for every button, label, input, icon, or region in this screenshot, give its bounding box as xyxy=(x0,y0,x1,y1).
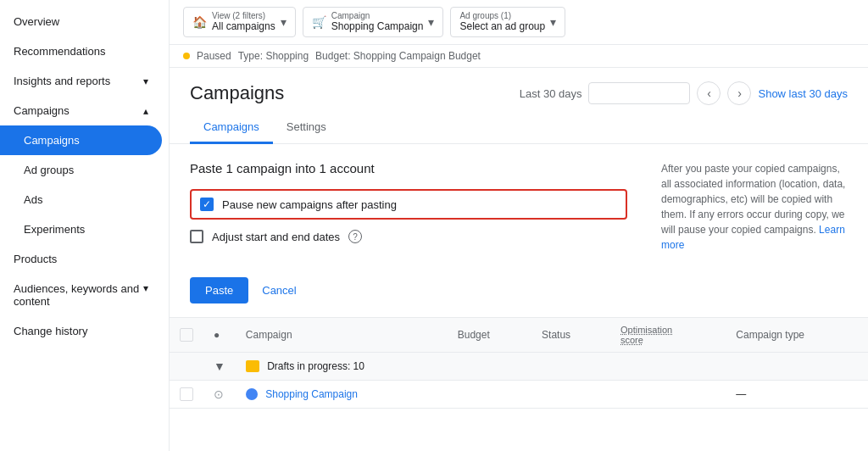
row-checkbox[interactable] xyxy=(180,387,193,401)
chevron-down-icon: ▾ xyxy=(143,75,148,87)
next-arrow-button[interactable]: › xyxy=(727,81,751,105)
tabs-bar: Campaigns Settings xyxy=(170,112,868,144)
campaigns-table: ● Campaign Budget Status Optimisationsco… xyxy=(170,318,868,409)
sidebar-item-label: Ad groups xyxy=(24,164,74,176)
status-budget-label: Budget: Shopping Campaign Budget xyxy=(315,50,481,62)
sidebar-item-label: Overview xyxy=(14,15,59,28)
status-paused-label: Paused xyxy=(197,50,231,62)
campaign-type-cell: — xyxy=(726,381,868,409)
adgroup-filter-main-label: Select an ad group xyxy=(459,20,545,32)
table-row: ⊙ Shopping Campaign — xyxy=(170,381,868,409)
pause-campaigns-checkbox[interactable]: ✓ xyxy=(200,198,214,211)
main-content: 🏠 View (2 filters) All campaigns ▾ 🛒 Cam… xyxy=(170,0,868,451)
prev-arrow-button[interactable]: ‹ xyxy=(697,81,721,105)
shopping-campaign-icon xyxy=(246,388,258,400)
date-dropdown-wrap xyxy=(588,82,690,104)
chevron-down-icon: ▾ xyxy=(281,15,287,29)
sidebar: Overview Recommendations Insights and re… xyxy=(0,0,170,451)
campaign-col-header: Campaign xyxy=(236,318,448,353)
action-buttons: Paste Cancel xyxy=(170,270,868,317)
bullet-col-header: ● xyxy=(214,329,220,341)
sidebar-item-ad-groups[interactable]: Ad groups xyxy=(0,155,162,185)
sidebar-item-label: Recommendations xyxy=(14,45,105,58)
sidebar-item-label: Campaigns xyxy=(24,134,80,147)
adjust-dates-row: Adjust start and end dates ? xyxy=(190,230,627,243)
chevron-down-icon: ▾ xyxy=(143,282,148,294)
sidebar-item-campaigns-parent[interactable]: Campaigns ▴ xyxy=(0,96,162,125)
sidebar-item-label: Insights and reports xyxy=(14,75,110,87)
chevron-down-icon: ▾ xyxy=(550,15,556,29)
show-last-link[interactable]: Show last 30 days xyxy=(758,87,848,100)
sidebar-item-audiences-keywords[interactable]: Audiences, keywords and content ▾ xyxy=(0,274,162,316)
paste-left-panel: Paste 1 campaign into 1 account ✓ Pause … xyxy=(190,161,627,253)
filter-bar: 🏠 View (2 filters) All campaigns ▾ 🛒 Cam… xyxy=(170,0,868,45)
adjust-dates-label: Adjust start and end dates xyxy=(212,231,340,243)
sidebar-item-label: Products xyxy=(14,253,57,265)
opt-score-cell xyxy=(610,381,726,409)
paste-section: Paste 1 campaign into 1 account ✓ Pause … xyxy=(170,144,868,270)
campaign-filter-dropdown[interactable]: 🛒 Campaign Shopping Campaign ▾ xyxy=(303,7,444,37)
campaigns-table-wrap: ● Campaign Budget Status Optimisationsco… xyxy=(170,317,868,409)
page-title: Campaigns xyxy=(190,82,284,104)
table-row: ▼ Drafts in progress: 10 xyxy=(170,353,868,381)
pause-campaigns-label: Pause new campaigns after pasting xyxy=(222,198,397,211)
select-all-checkbox[interactable] xyxy=(180,328,193,342)
sidebar-item-change-history[interactable]: Change history xyxy=(0,316,162,346)
sidebar-item-overview[interactable]: Overview xyxy=(0,7,162,36)
budget-cell xyxy=(448,381,531,409)
sidebar-item-label: Change history xyxy=(14,325,87,337)
paste-right-panel: After you paste your copied campaigns, a… xyxy=(661,161,848,253)
campaign-type-col-header: Campaign type xyxy=(726,318,868,353)
budget-col-header: Budget xyxy=(448,318,531,353)
adgroup-filter-dropdown[interactable]: Ad groups (1) Select an ad group ▾ xyxy=(450,7,565,37)
date-range-select[interactable] xyxy=(588,82,690,104)
paste-button[interactable]: Paste xyxy=(190,277,248,303)
help-icon[interactable]: ? xyxy=(348,230,362,243)
paste-info-text: After you paste your copied campaigns, a… xyxy=(661,163,845,236)
group-label: Drafts in progress: 10 xyxy=(267,360,364,372)
cancel-button[interactable]: Cancel xyxy=(259,277,299,303)
campaign-filter-small-label: Campaign xyxy=(331,12,424,20)
sidebar-item-label: Experiments xyxy=(24,223,85,236)
sidebar-item-experiments[interactable]: Experiments xyxy=(0,214,162,244)
adjust-dates-checkbox[interactable] xyxy=(190,230,203,243)
sidebar-item-ads[interactable]: Ads xyxy=(0,185,162,214)
paste-title: Paste 1 campaign into 1 account xyxy=(190,161,627,175)
sidebar-item-insights-reports[interactable]: Insights and reports ▾ xyxy=(0,66,162,96)
view-filter-dropdown[interactable]: 🏠 View (2 filters) All campaigns ▾ xyxy=(183,7,296,37)
pause-campaigns-row: ✓ Pause new campaigns after pasting xyxy=(190,189,627,220)
date-range-label: Last 30 days xyxy=(520,87,582,100)
status-type-label: Type: Shopping xyxy=(238,50,309,62)
status-col-header: Status xyxy=(531,318,610,353)
page-header: Campaigns Last 30 days ‹ › Show last 30 … xyxy=(170,68,868,105)
view-filter-small-label: View (2 filters) xyxy=(212,12,275,20)
status-indicator-icon: ⊙ xyxy=(214,387,224,401)
status-cell xyxy=(531,381,610,409)
view-filter-main-label: All campaigns xyxy=(212,20,275,32)
sidebar-item-label: Ads xyxy=(24,193,42,206)
campaign-name-link[interactable]: Shopping Campaign xyxy=(265,388,358,400)
header-controls: Last 30 days ‹ › Show last 30 days xyxy=(520,81,848,105)
adgroup-filter-small-label: Ad groups (1) xyxy=(459,12,545,20)
sidebar-item-products[interactable]: Products xyxy=(0,244,162,274)
status-bar: Paused Type: Shopping Budget: Shopping C… xyxy=(170,45,868,68)
tab-campaigns[interactable]: Campaigns xyxy=(190,112,273,144)
chevron-up-icon: ▴ xyxy=(143,105,148,117)
sidebar-item-label: Campaigns xyxy=(14,104,70,117)
tab-settings[interactable]: Settings xyxy=(273,112,340,144)
sidebar-item-campaigns[interactable]: Campaigns xyxy=(0,125,162,155)
opt-score-col-header: Optimisationscore xyxy=(610,318,726,353)
sidebar-item-label: Audiences, keywords and content xyxy=(14,282,143,308)
opt-score-label: Optimisationscore xyxy=(620,325,672,345)
sidebar-item-recommendations[interactable]: Recommendations xyxy=(0,36,162,66)
paused-dot-icon xyxy=(183,53,190,59)
folder-icon xyxy=(246,360,259,372)
checkmark-icon: ✓ xyxy=(203,199,211,209)
group-expand-icon[interactable]: ▼ xyxy=(214,359,225,373)
campaign-filter-main-label: Shopping Campaign xyxy=(331,20,424,32)
chevron-down-icon: ▾ xyxy=(428,15,434,29)
content-area: Campaigns Last 30 days ‹ › Show last 30 … xyxy=(170,68,868,451)
